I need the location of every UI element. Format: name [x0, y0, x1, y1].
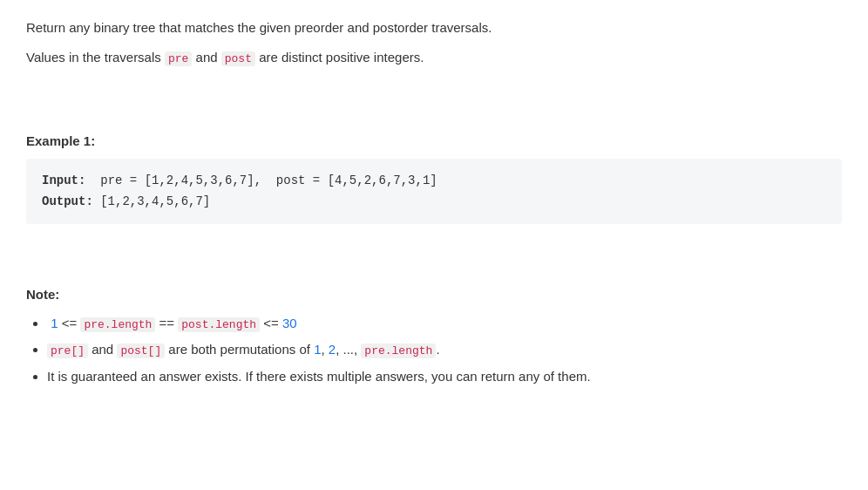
note-title: Note:: [26, 287, 842, 302]
pre-length-ref-code: pre.length: [361, 344, 436, 358]
note-list: 1 <= pre.length == post.length <= 30 pre…: [26, 312, 842, 387]
note-item-2: pre[] and post[] are both permutations o…: [47, 338, 842, 361]
pre-length-code: pre.length: [80, 317, 155, 332]
description-line2: Values in the traversals pre and post ar…: [26, 47, 842, 69]
example1-title: Example 1:: [26, 133, 842, 148]
post-length-code: post.length: [178, 317, 260, 332]
note-item-1: 1 <= pre.length == post.length <= 30: [47, 312, 842, 335]
example1-box: Input: pre = [1,2,4,5,3,6,7], post = [4,…: [26, 159, 842, 225]
example1-content: Input: pre = [1,2,4,5,3,6,7], post = [4,…: [42, 171, 826, 213]
post-arr-code: post[]: [117, 344, 165, 358]
post-inline-code: post: [221, 51, 255, 66]
pre-inline-code: pre: [165, 51, 192, 66]
pre-arr-code: pre[]: [47, 344, 88, 358]
note-item-3: It is guaranteed an answer exists. If th…: [47, 365, 842, 388]
description-line1: Return any binary tree that matches the …: [26, 17, 842, 38]
